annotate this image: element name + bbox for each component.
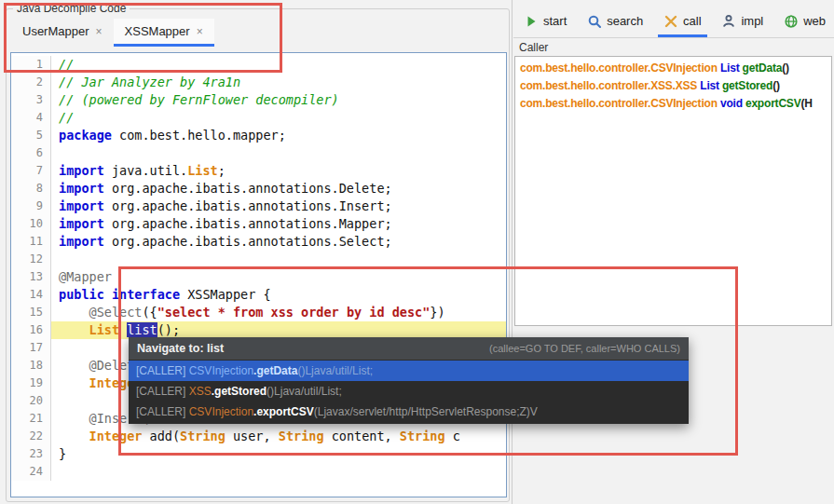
caller-method: getData bbox=[743, 61, 783, 75]
tab-usermapper[interactable]: UserMapper× bbox=[11, 19, 114, 47]
editor-line: 10import org.apache.ibatis.annotations.M… bbox=[11, 215, 506, 233]
editor-line: 4// bbox=[11, 109, 506, 127]
editor-line: 8import org.apache.ibatis.annotations.De… bbox=[11, 180, 506, 198]
code-line-23[interactable]: } bbox=[51, 445, 506, 463]
popup-hint: (callee=GO TO DEF, caller=WHO CALLS) bbox=[489, 343, 680, 354]
code-line-14[interactable]: public interface XSSMapper { bbox=[51, 286, 506, 304]
line-number-11: 11 bbox=[11, 233, 51, 251]
toolbar-item-label: impl bbox=[741, 14, 763, 28]
caller-class: com.best.hello.controller.XSS.XSS bbox=[520, 79, 697, 92]
code-line-2[interactable]: // Jar Analyzer by 4ra1n bbox=[51, 74, 506, 91]
popup-row-signature: (Ljavax/servlet/http/HttpServletResponse… bbox=[314, 405, 538, 418]
line-number-10: 10 bbox=[11, 215, 51, 233]
code-line-22[interactable]: Integer add(String user, String content,… bbox=[51, 428, 506, 445]
popup-row[interactable]: [CALLER] XSS.getStored()Ljava/util/List; bbox=[129, 381, 689, 402]
line-number-20: 20 bbox=[11, 392, 51, 410]
panel-divider bbox=[512, 0, 513, 504]
editor-line: 23} bbox=[11, 445, 506, 463]
caller-class: com.best.hello.controller.CSVInjection bbox=[520, 97, 718, 110]
editor-line: 11import org.apache.ibatis.annotations.S… bbox=[11, 233, 506, 251]
popup-row-tag: [CALLER] bbox=[136, 385, 189, 398]
code-line-7[interactable]: import java.util.List; bbox=[51, 162, 506, 180]
line-number-14: 14 bbox=[11, 286, 51, 304]
tab-xssmapper[interactable]: XSSMapper× bbox=[114, 19, 214, 47]
code-line-5[interactable]: package com.best.hello.mapper; bbox=[51, 127, 506, 144]
line-number-24: 24 bbox=[11, 463, 51, 481]
caller-method: getStored bbox=[722, 79, 772, 92]
code-line-3[interactable]: // (powered by FernFlower decompiler) bbox=[51, 91, 506, 109]
editor-line: 2// Jar Analyzer by 4ra1n bbox=[11, 74, 506, 91]
line-number-4: 4 bbox=[11, 109, 51, 127]
popup-header: Navigate to: list (callee=GO TO DEF, cal… bbox=[129, 337, 689, 360]
editor-line: 5package com.best.hello.mapper; bbox=[11, 127, 506, 144]
caller-list: com.best.hello.controller.CSVInjection L… bbox=[514, 56, 832, 326]
toolbar-item-search[interactable]: search bbox=[581, 7, 649, 37]
toolbar-item-web[interactable]: web bbox=[778, 7, 831, 37]
editor-line: 14public interface XSSMapper { bbox=[11, 286, 506, 304]
popup-row-class: CSVInjection bbox=[189, 364, 253, 377]
popup-row-tag: [CALLER] bbox=[136, 364, 189, 377]
editor-line: 22 Integer add(String user, String conte… bbox=[11, 428, 506, 445]
popup-row-method: .getData bbox=[253, 364, 297, 377]
line-number-23: 23 bbox=[11, 445, 51, 463]
line-number-17: 17 bbox=[11, 339, 51, 357]
code-line-9[interactable]: import org.apache.ibatis.annotations.Ins… bbox=[51, 198, 506, 215]
web-icon bbox=[784, 14, 799, 29]
code-line-13[interactable]: @Mapper bbox=[51, 268, 506, 286]
code-line-24[interactable] bbox=[51, 463, 506, 481]
code-line-11[interactable]: import org.apache.ibatis.annotations.Sel… bbox=[51, 233, 506, 251]
popup-title: Navigate to: list bbox=[137, 342, 224, 355]
code-line-8[interactable]: import org.apache.ibatis.annotations.Del… bbox=[51, 180, 506, 198]
line-number-22: 22 bbox=[11, 428, 51, 445]
tab-label: XSSMapper bbox=[125, 24, 190, 38]
caller-row[interactable]: com.best.hello.controller.CSVInjection L… bbox=[515, 60, 831, 77]
caller-return-type: List bbox=[718, 61, 743, 75]
editor-line: 3// (powered by FernFlower decompiler) bbox=[11, 91, 506, 109]
line-number-21: 21 bbox=[11, 410, 51, 428]
code-editor[interactable]: 1//2// Jar Analyzer by 4ra1n3// (powered… bbox=[10, 52, 507, 497]
toolbar-separator bbox=[513, 37, 834, 38]
line-number-2: 2 bbox=[11, 74, 51, 91]
editor-line: 15 @Select({"select * from xss order by … bbox=[11, 304, 506, 321]
line-number-3: 3 bbox=[11, 91, 51, 109]
code-line-12[interactable] bbox=[51, 251, 506, 268]
editor-line: 7import java.util.List; bbox=[11, 162, 506, 180]
start-icon bbox=[524, 14, 539, 29]
caller-row[interactable]: com.best.hello.controller.CSVInjection v… bbox=[515, 95, 831, 113]
caller-signature: (H bbox=[800, 97, 812, 110]
caller-row[interactable]: com.best.hello.controller.XSS.XSS List g… bbox=[515, 77, 831, 95]
toolbar-item-label: call bbox=[683, 14, 702, 28]
line-number-15: 15 bbox=[11, 304, 51, 321]
popup-row[interactable]: [CALLER] CSVInjection.exportCSV(Ljavax/s… bbox=[129, 402, 689, 422]
editor-line: 6 bbox=[11, 144, 506, 162]
tab-close-icon[interactable]: × bbox=[197, 25, 203, 38]
editor-line: 13@Mapper bbox=[11, 268, 506, 286]
code-line-1[interactable]: // bbox=[51, 56, 506, 74]
line-number-6: 6 bbox=[11, 144, 51, 162]
popup-row[interactable]: [CALLER] CSVInjection.getData()Ljava/uti… bbox=[129, 361, 689, 381]
line-number-12: 12 bbox=[11, 251, 51, 268]
caller-signature: () bbox=[772, 79, 780, 92]
line-number-8: 8 bbox=[11, 180, 51, 198]
popup-row-class: XSS bbox=[189, 385, 212, 398]
toolbar-item-impl[interactable]: impl bbox=[716, 7, 769, 37]
line-number-7: 7 bbox=[11, 162, 51, 180]
toolbar-item-start[interactable]: start bbox=[518, 7, 572, 37]
toolbar: startsearchcallimplweb bbox=[518, 7, 831, 37]
navigate-popup: Navigate to: list (callee=GO TO DEF, cal… bbox=[129, 337, 689, 424]
code-line-6[interactable] bbox=[51, 144, 506, 162]
code-line-10[interactable]: import org.apache.ibatis.annotations.Map… bbox=[51, 215, 506, 233]
toolbar-item-label: web bbox=[803, 14, 826, 28]
decompile-panel-title: Java Decompile Code bbox=[13, 2, 130, 15]
code-line-4[interactable]: // bbox=[51, 109, 506, 127]
toolbar-item-label: start bbox=[543, 14, 567, 28]
popup-list: [CALLER] CSVInjection.getData()Ljava/uti… bbox=[129, 360, 689, 424]
tab-bar: UserMapper×XSSMapper× bbox=[11, 19, 214, 47]
search-icon bbox=[587, 14, 602, 29]
code-line-15[interactable]: @Select({"select * from xss order by id … bbox=[51, 304, 506, 321]
toolbar-item-call[interactable]: call bbox=[658, 7, 707, 37]
tab-close-icon[interactable]: × bbox=[96, 25, 103, 38]
caller-return-type: void bbox=[718, 97, 745, 110]
popup-row-method: .exportCSV bbox=[253, 405, 314, 418]
editor-line: 9import org.apache.ibatis.annotations.In… bbox=[11, 198, 506, 215]
